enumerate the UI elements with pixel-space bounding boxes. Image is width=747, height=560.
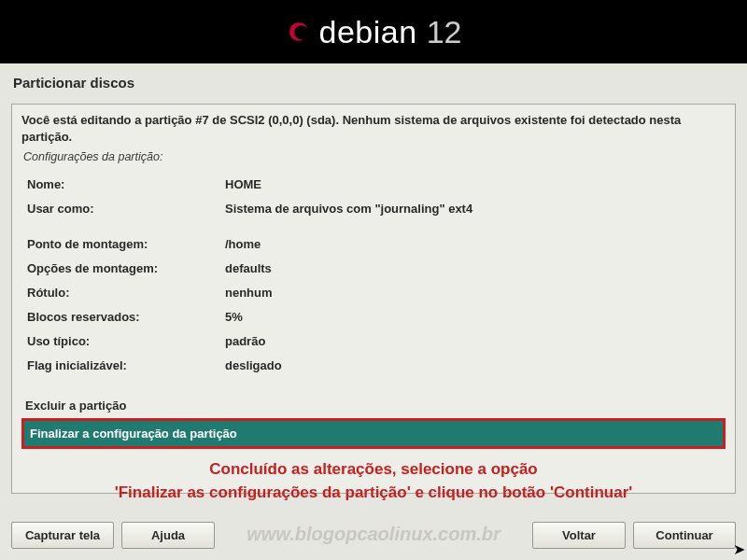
prop-value: /home: [221, 232, 724, 255]
prop-label: Flag inicializável:: [23, 354, 219, 376]
prop-label: Uso típico:: [23, 329, 219, 352]
prop-label: Opções de montagem:: [23, 257, 219, 279]
table-row[interactable]: Nome: HOME: [23, 173, 724, 195]
table-row[interactable]: Blocos reservados: 5%: [23, 305, 724, 328]
debian-swirl-icon: [286, 19, 312, 45]
page-title: Particionar discos: [0, 63, 747, 96]
prop-value: Sistema de arquivos com "journaling" ext…: [221, 197, 724, 219]
annotation-line: 'Finalizar as configurações da partição'…: [27, 482, 720, 505]
prop-label: Blocos reservados:: [23, 305, 219, 328]
tutorial-annotation: Concluído as alterações, selecione a opç…: [21, 458, 726, 504]
annotation-highlight-box: Finalizar a configuração da partição: [21, 418, 726, 449]
prop-value: desligado: [221, 354, 724, 376]
brand-name: debian: [319, 14, 417, 50]
prop-value: 5%: [221, 305, 724, 328]
table-row[interactable]: Flag inicializável: desligado: [23, 354, 724, 376]
prop-value: defaults: [221, 257, 724, 279]
table-row[interactable]: Uso típico: padrão: [23, 329, 724, 352]
footer-buttons: Capturar tela Ajuda Voltar Continuar: [11, 522, 736, 549]
annotation-line: Concluído as alterações, selecione a opç…: [27, 458, 720, 482]
continue-button[interactable]: Continuar: [633, 522, 736, 549]
settings-subtitle: Configurações da partição:: [23, 150, 724, 163]
prop-label: Nome:: [23, 173, 219, 195]
table-row[interactable]: Opções de montagem: defaults: [23, 257, 724, 279]
prop-value: nenhum: [221, 281, 724, 303]
prop-value: padrão: [221, 329, 724, 352]
prop-label: Ponto de montagem:: [23, 232, 219, 255]
partition-content: Você está editando a partição #7 de SCSI…: [11, 104, 736, 494]
table-row[interactable]: Ponto de montagem: /home: [23, 232, 724, 255]
partition-properties: Nome: HOME Usar como: Sistema de arquivo…: [21, 171, 726, 378]
table-row[interactable]: Usar como: Sistema de arquivos com "jour…: [23, 197, 724, 219]
back-button[interactable]: Voltar: [532, 522, 626, 549]
brand-version: 12: [427, 14, 462, 50]
delete-partition-action[interactable]: Excluir a partição: [21, 395, 726, 416]
prop-label: Usar como:: [23, 197, 219, 219]
help-button[interactable]: Ajuda: [121, 522, 215, 549]
installer-header: debian 12: [0, 0, 747, 63]
prop-label: Rótulo:: [23, 281, 219, 303]
finish-partition-action[interactable]: Finalizar a configuração da partição: [24, 421, 723, 446]
table-row[interactable]: Rótulo: nenhum: [23, 281, 724, 303]
screenshot-button[interactable]: Capturar tela: [11, 522, 114, 549]
action-list: Excluir a partição Finalizar a configura…: [21, 395, 726, 449]
intro-text: Você está editando a partição #7 de SCSI…: [21, 112, 726, 145]
prop-value: HOME: [221, 173, 724, 195]
